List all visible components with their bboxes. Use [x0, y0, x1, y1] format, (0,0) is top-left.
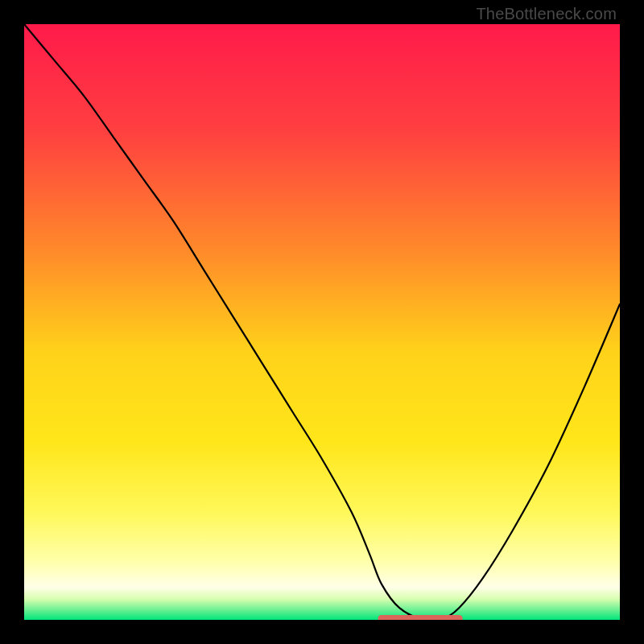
watermark-text: TheBottleneck.com: [476, 5, 617, 23]
bottleneck-curve-layer: [24, 24, 620, 620]
bottleneck-curve: [24, 24, 620, 620]
plot-area: [24, 24, 620, 620]
chart-frame: TheBottleneck.com: [0, 0, 644, 644]
